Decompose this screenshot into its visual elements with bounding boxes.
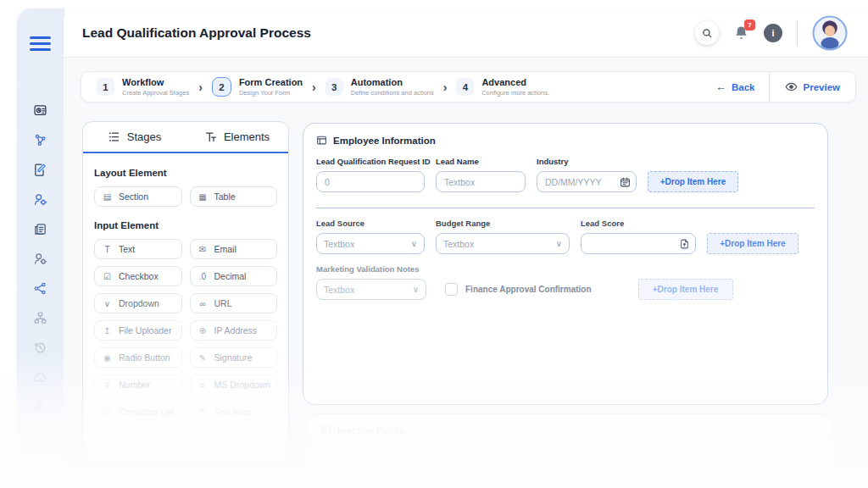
preview-label: Preview: [804, 82, 840, 92]
chip-ms-dropdown[interactable]: ≡MS Dropdown: [190, 374, 278, 395]
checkbox-list-icon: ⊡: [102, 408, 113, 417]
chip-radio-button[interactable]: ◉Radio Button: [94, 347, 182, 368]
chip-label: IP Address: [214, 325, 258, 336]
chip-label: Number: [119, 380, 150, 390]
inactive-fields-header: Inactive Fields: [320, 424, 819, 435]
chip-ip-address[interactable]: ⊕IP Address: [190, 320, 278, 341]
drop-zone-3[interactable]: +Drop Item Here: [638, 279, 733, 300]
section-header: Employee Information: [316, 135, 815, 146]
search-button[interactable]: [695, 21, 719, 45]
preview-button[interactable]: Preview: [770, 80, 855, 93]
chip-file-uploader[interactable]: ↥File Uploader: [94, 320, 182, 341]
chip-label: Table: [214, 191, 236, 202]
step-form-creation[interactable]: 2 Form Creation Design Your Form: [212, 77, 303, 97]
budget-range-select[interactable]: Textbox ∨: [436, 233, 570, 254]
ms-dropdown-icon: ≡: [198, 380, 209, 390]
workflow-icon[interactable]: [33, 133, 47, 147]
file-upload-icon: ↥: [102, 326, 113, 336]
chip-checkbox-list[interactable]: ⊡Checkbox List: [94, 402, 182, 422]
share-icon[interactable]: [33, 281, 47, 296]
ip-address-icon: ⊕: [198, 326, 209, 336]
palette-body: Layout Element ▤Section ▦Table Input Ele…: [83, 153, 288, 460]
step-automation[interactable]: 3 Automation Define conditions and actio…: [326, 77, 434, 97]
step-title: Automation: [351, 77, 434, 89]
eye-icon: [785, 80, 798, 93]
chevron-right-icon: ›: [443, 80, 448, 94]
input-chip-grid: TText ✉Email ☑Checkbox .0Decimal ∨Dropdo…: [94, 239, 277, 449]
text-icon: T: [102, 245, 113, 254]
select-placeholder: Textbox: [443, 239, 474, 249]
form-row-2: Lead Source Textbox ∨ Budget Range Textb…: [316, 219, 815, 254]
history-icon[interactable]: [33, 341, 47, 355]
chip-decimal[interactable]: .0Decimal: [190, 266, 278, 286]
field-label: Lead Name: [436, 157, 526, 166]
number-stepper-icon[interactable]: [679, 238, 690, 249]
field-finance-approval-confirmation[interactable]: Finance Approval Confirmation: [445, 279, 592, 300]
topbar-divider: [797, 20, 798, 46]
drop-zone-1[interactable]: +Drop Item Here: [648, 171, 738, 192]
lead-source-select[interactable]: Textbox ∨: [316, 233, 425, 254]
chip-text-area[interactable]: ¶Text Area: [190, 402, 278, 422]
step-workflow[interactable]: 1 Workflow Create Approval Stages: [97, 77, 189, 97]
step-title: Advanced: [481, 77, 549, 89]
chip-label: Checkbox List: [119, 407, 175, 417]
chip-label: Radio Button: [119, 352, 170, 363]
radio-icon: ◉: [102, 353, 113, 363]
element-palette-panel: Stages Elements Layout Element ▤Section …: [82, 121, 289, 460]
step-advanced[interactable]: 4 Advanced Configure more actions.: [456, 77, 549, 97]
left-rail: [17, 8, 64, 488]
table-icon: ▦: [198, 192, 209, 202]
info-button[interactable]: i: [764, 24, 782, 42]
documents-icon[interactable]: [33, 222, 47, 236]
checkbox-unchecked[interactable]: [445, 283, 458, 296]
section-icon: [320, 424, 331, 435]
dashboard-icon[interactable]: [33, 103, 47, 118]
chip-number[interactable]: #Number: [94, 374, 182, 395]
calendar-icon[interactable]: [620, 176, 631, 187]
lead-name-input[interactable]: [436, 171, 526, 192]
chip-dropdown[interactable]: ∨Dropdown: [94, 293, 182, 313]
chip-email[interactable]: ✉Email: [190, 239, 278, 259]
tab-stages[interactable]: Stages: [83, 122, 186, 152]
step-subtitle: Configure more actions.: [481, 89, 549, 97]
form-edit-icon[interactable]: [33, 163, 47, 177]
chip-signature[interactable]: ✎Signature: [190, 347, 278, 368]
layout-chip-grid: ▤Section ▦Table: [94, 186, 277, 207]
lead-qualification-request-id-input[interactable]: [316, 171, 425, 192]
chevron-down-icon: ∨: [556, 239, 562, 248]
search-icon: [701, 27, 713, 39]
cloud-icon[interactable]: [33, 370, 47, 385]
field-budget-range: Budget Range Textbox ∨: [436, 219, 570, 254]
topbar-actions: 7 i: [695, 15, 848, 51]
link-icon: ∞: [198, 299, 209, 308]
chip-label: Checkbox: [119, 271, 159, 281]
chip-text[interactable]: TText: [94, 239, 182, 259]
tab-elements[interactable]: Elements: [186, 122, 288, 152]
sitemap-icon[interactable]: [33, 400, 47, 414]
chip-table[interactable]: ▦Table: [190, 186, 278, 207]
field-lead-score: Lead Score: [581, 219, 696, 254]
back-button[interactable]: ← Back: [702, 80, 769, 93]
marketing-validation-notes-select[interactable]: Textbox ∨: [316, 279, 426, 300]
hamburger-menu-icon[interactable]: [30, 36, 51, 53]
notifications-button[interactable]: 7: [733, 25, 749, 41]
user-settings-icon[interactable]: [33, 252, 47, 266]
dropdown-icon: ∨: [102, 299, 113, 308]
field-lead-qualification-request-id: Lead Qualification Request ID: [316, 157, 425, 192]
email-icon: ✉: [198, 245, 209, 254]
chip-checkbox[interactable]: ☑Checkbox: [94, 266, 182, 286]
user-avatar[interactable]: [812, 15, 848, 51]
field-marketing-validation-notes: Marketing Validation Notes Textbox ∨: [316, 264, 426, 300]
field-label: Industry: [537, 157, 637, 166]
step-number: 1: [97, 78, 114, 96]
drop-zone-2[interactable]: +Drop Item Here: [707, 233, 798, 254]
user-config-icon[interactable]: [33, 192, 47, 207]
step-number: 2: [212, 77, 231, 97]
chip-url[interactable]: ∞URL: [190, 293, 278, 313]
chip-section[interactable]: ▤Section: [94, 186, 182, 207]
field-label: Lead Source: [316, 219, 425, 228]
chip-label: URL: [214, 298, 232, 308]
org-chart-icon[interactable]: [33, 311, 47, 325]
back-arrow-icon: ←: [715, 80, 726, 93]
step-subtitle: Define conditions and actions: [351, 89, 434, 97]
